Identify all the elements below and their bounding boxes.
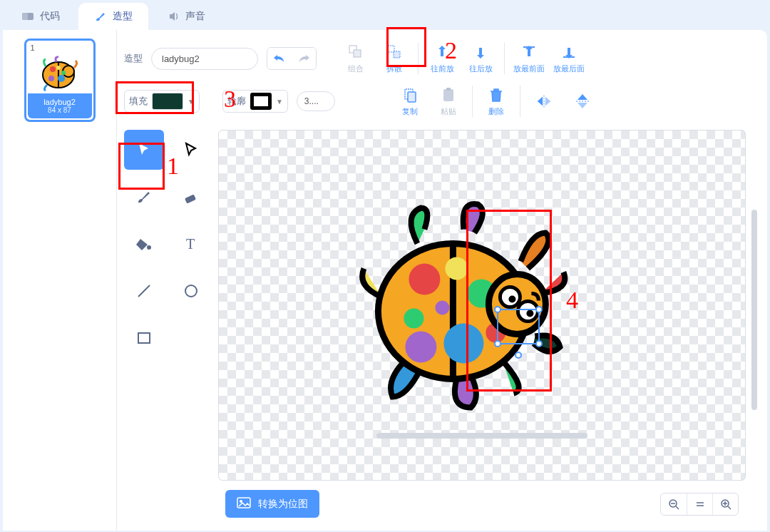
svg-point-35 bbox=[405, 332, 436, 363]
svg-point-9 bbox=[61, 71, 66, 75]
zoom-out-button[interactable] bbox=[661, 493, 687, 515]
brush-tool[interactable] bbox=[124, 177, 164, 217]
paste-button[interactable]: 粘贴 bbox=[433, 86, 463, 117]
costume-preview bbox=[38, 53, 81, 93]
copy-label: 复制 bbox=[402, 106, 418, 117]
zoom-controls bbox=[660, 493, 739, 516]
undo-redo-group bbox=[267, 47, 317, 70]
delete-button[interactable]: 删除 bbox=[481, 86, 511, 117]
svg-point-44 bbox=[240, 500, 242, 503]
svg-point-7 bbox=[48, 76, 54, 81]
flip-horizontal-button[interactable] bbox=[529, 93, 559, 110]
costume-name: ladybug2 bbox=[31, 98, 89, 106]
annotation-num-3: 3 bbox=[224, 86, 236, 113]
svg-point-34 bbox=[443, 324, 483, 364]
tab-code[interactable]: 代码 bbox=[6, 3, 76, 30]
fill-tool[interactable] bbox=[124, 224, 164, 264]
svg-line-51 bbox=[728, 506, 731, 509]
bottom-bar: 转换为位图 bbox=[225, 490, 739, 518]
code-icon bbox=[21, 10, 34, 23]
copy-icon bbox=[401, 86, 419, 103]
text-tool[interactable]: T bbox=[171, 224, 211, 264]
flip-vertical-button[interactable] bbox=[568, 93, 597, 110]
dropdown-icon: ▼ bbox=[276, 98, 283, 106]
svg-point-41 bbox=[508, 296, 515, 303]
svg-rect-18 bbox=[443, 89, 453, 101]
forward-label: 往前放 bbox=[431, 63, 454, 74]
tab-sounds-label: 声音 bbox=[185, 10, 205, 23]
svg-point-31 bbox=[445, 257, 468, 280]
svg-point-6 bbox=[58, 75, 65, 82]
redo-button[interactable] bbox=[292, 48, 316, 69]
svg-text:T: T bbox=[186, 236, 195, 252]
canvas-v-scrollbar[interactable] bbox=[751, 210, 757, 410]
svg-line-25 bbox=[138, 285, 150, 297]
svg-point-33 bbox=[404, 309, 423, 329]
undo-button[interactable] bbox=[267, 48, 292, 69]
zoom-reset-button[interactable] bbox=[687, 493, 712, 515]
group-button[interactable]: 组合 bbox=[341, 44, 371, 74]
costume-name-input[interactable] bbox=[151, 48, 258, 70]
svg-point-30 bbox=[409, 264, 440, 295]
ungroup-icon bbox=[386, 44, 403, 61]
svg-rect-12 bbox=[388, 46, 394, 52]
tab-costumes[interactable]: 造型 bbox=[78, 3, 148, 30]
ungroup-button[interactable]: 拆散 bbox=[379, 44, 409, 74]
main-area: T bbox=[124, 123, 760, 531]
svg-point-37 bbox=[435, 301, 449, 315]
svg-point-5 bbox=[50, 66, 56, 72]
group-label: 组合 bbox=[348, 63, 364, 74]
rectangle-tool[interactable] bbox=[124, 318, 164, 358]
copy-button[interactable]: 复制 bbox=[395, 86, 425, 117]
front-label: 放最前面 bbox=[513, 63, 545, 74]
flip-v-icon bbox=[574, 93, 591, 110]
svg-point-8 bbox=[56, 66, 61, 70]
fill-control[interactable]: 填充 ▼ bbox=[124, 90, 200, 113]
paint-editor: 造型 组合 拆散 bbox=[117, 30, 767, 531]
front-icon bbox=[520, 44, 538, 61]
zoom-in-button[interactable] bbox=[712, 493, 738, 515]
backward-icon bbox=[472, 44, 489, 61]
tab-sounds[interactable]: 声音 bbox=[151, 3, 221, 30]
toolbar-row-2: 填充 ▼ 轮廓 ▼ 复制 粘贴 bbox=[124, 80, 760, 123]
canvas-h-scrollbar[interactable] bbox=[376, 433, 587, 439]
front-button[interactable]: 放最前面 bbox=[513, 44, 545, 74]
back-icon bbox=[560, 44, 578, 61]
svg-rect-1 bbox=[22, 13, 28, 20]
outline-swatch bbox=[250, 93, 272, 110]
ungroup-label: 拆散 bbox=[386, 63, 402, 74]
costume-thumbnail[interactable]: 1 ladybug2 84 bbox=[24, 39, 96, 122]
select-tool[interactable] bbox=[124, 130, 164, 170]
separator bbox=[504, 43, 505, 74]
svg-point-26 bbox=[185, 285, 197, 297]
tab-code-label: 代码 bbox=[40, 10, 60, 23]
separator bbox=[472, 86, 473, 117]
svg-point-23 bbox=[147, 245, 151, 250]
eraser-tool[interactable] bbox=[171, 177, 211, 217]
costume-index: 1 bbox=[28, 42, 92, 53]
fill-swatch bbox=[152, 93, 183, 110]
selection-box[interactable] bbox=[497, 309, 540, 344]
svg-line-46 bbox=[676, 506, 679, 509]
tool-palette: T bbox=[124, 130, 211, 531]
costume-dimensions: 84 x 87 bbox=[31, 106, 89, 114]
group-icon bbox=[347, 44, 364, 61]
svg-rect-27 bbox=[138, 333, 150, 343]
convert-to-bitmap-button[interactable]: 转换为位图 bbox=[225, 490, 319, 518]
separator bbox=[520, 86, 520, 117]
backward-label: 往后放 bbox=[469, 63, 493, 74]
ladybug-sprite[interactable] bbox=[349, 194, 578, 417]
outline-width-input[interactable] bbox=[297, 91, 335, 111]
convert-label: 转换为位图 bbox=[258, 498, 308, 511]
dropdown-icon: ▼ bbox=[188, 98, 195, 106]
separator bbox=[418, 43, 419, 74]
annotation-num-2: 2 bbox=[445, 37, 457, 64]
back-label: 放最后面 bbox=[553, 63, 585, 74]
circle-tool[interactable] bbox=[171, 271, 211, 311]
back-button[interactable]: 放最后面 bbox=[553, 44, 585, 74]
backward-button[interactable]: 往后放 bbox=[466, 44, 496, 74]
delete-label: 删除 bbox=[488, 106, 504, 117]
paint-canvas[interactable] bbox=[218, 130, 746, 481]
svg-rect-11 bbox=[354, 50, 361, 57]
line-tool[interactable] bbox=[124, 271, 164, 311]
